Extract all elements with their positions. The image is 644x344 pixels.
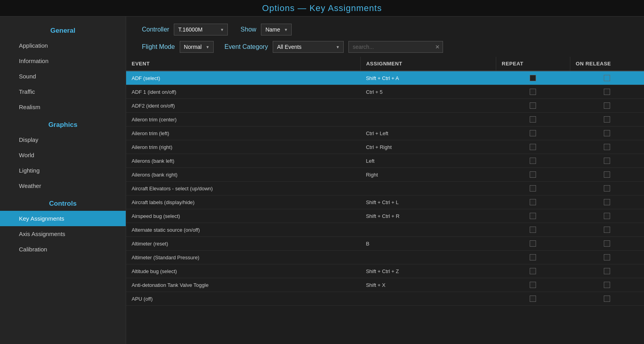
cell-onrelease[interactable]	[570, 182, 644, 195]
cell-repeat[interactable]	[496, 209, 570, 223]
onrelease-checkbox[interactable]	[604, 227, 610, 233]
table-row[interactable]: Aircraft labels (display/hide)Shift + Ct…	[126, 195, 644, 209]
sidebar-item-realism[interactable]: Realism	[0, 99, 126, 115]
cell-onrelease[interactable]	[570, 209, 644, 223]
cell-repeat[interactable]	[496, 71, 570, 85]
cell-repeat[interactable]	[496, 99, 570, 113]
cell-onrelease[interactable]	[570, 85, 644, 99]
onrelease-checkbox[interactable]	[604, 102, 610, 109]
cell-onrelease[interactable]	[570, 140, 644, 154]
table-row[interactable]: Anti-detonation Tank Valve ToggleShift +…	[126, 278, 644, 292]
onrelease-checkbox[interactable]	[604, 213, 610, 219]
onrelease-checkbox[interactable]	[604, 116, 610, 123]
table-row[interactable]: Aileron trim (right)Ctrl + Right	[126, 140, 644, 154]
cell-onrelease[interactable]	[570, 237, 644, 251]
repeat-checkbox[interactable]	[530, 185, 536, 192]
repeat-checkbox[interactable]	[530, 282, 536, 288]
onrelease-checkbox[interactable]	[604, 296, 610, 302]
cell-onrelease[interactable]	[570, 223, 644, 237]
table-row[interactable]: Aileron trim (center)	[126, 113, 644, 126]
table-row[interactable]: Airspeed bug (select)Shift + Ctrl + R	[126, 209, 644, 223]
repeat-checkbox[interactable]	[530, 116, 536, 123]
repeat-checkbox[interactable]	[530, 158, 536, 164]
repeat-checkbox[interactable]	[530, 227, 536, 233]
cell-onrelease[interactable]	[570, 126, 644, 140]
flight-mode-select[interactable]: Normal Slew Pause	[180, 41, 214, 53]
cell-onrelease[interactable]	[570, 154, 644, 168]
cell-onrelease[interactable]	[570, 278, 644, 292]
search-input[interactable]	[348, 41, 443, 53]
repeat-checkbox[interactable]	[530, 89, 536, 95]
show-select[interactable]: Name Code	[261, 24, 292, 35]
cell-onrelease[interactable]	[570, 71, 644, 85]
table-row[interactable]: Alternate static source (on/off)	[126, 223, 644, 237]
cell-repeat[interactable]	[496, 251, 570, 264]
repeat-checkbox[interactable]	[530, 268, 536, 274]
sidebar-item-axis-assignments[interactable]: Axis Assignments	[0, 226, 126, 242]
cell-onrelease[interactable]	[570, 251, 644, 264]
cell-onrelease[interactable]	[570, 195, 644, 209]
repeat-checkbox[interactable]	[530, 130, 536, 136]
sidebar-item-traffic[interactable]: Traffic	[0, 84, 126, 99]
sidebar-item-key-assignments[interactable]: Key Assignments	[0, 211, 126, 226]
table-row[interactable]: ADF 1 (ident on/off)Ctrl + 5	[126, 85, 644, 99]
cell-onrelease[interactable]	[570, 264, 644, 278]
onrelease-checkbox[interactable]	[604, 130, 610, 136]
table-row[interactable]: Altitude bug (select)Shift + Ctrl + Z	[126, 264, 644, 278]
cell-repeat[interactable]	[496, 223, 570, 237]
onrelease-checkbox[interactable]	[604, 282, 610, 288]
cell-repeat[interactable]	[496, 85, 570, 99]
table-row[interactable]: Aircraft Elevators - select (up/down)	[126, 182, 644, 195]
cell-onrelease[interactable]	[570, 292, 644, 306]
table-row[interactable]: Aileron trim (left)Ctrl + Left	[126, 126, 644, 140]
table-row[interactable]: Ailerons (bank right)Right	[126, 168, 644, 182]
table-row[interactable]: Altimeter (reset)B	[126, 237, 644, 251]
table-row[interactable]: APU (off)	[126, 292, 644, 306]
event-category-select[interactable]: All Events Aircraft Camera Instruments N…	[273, 41, 344, 53]
onrelease-checkbox[interactable]	[604, 171, 610, 178]
repeat-checkbox[interactable]	[530, 296, 536, 302]
cell-repeat[interactable]	[496, 140, 570, 154]
sidebar-item-calibration[interactable]: Calibration	[0, 242, 126, 257]
onrelease-checkbox[interactable]	[604, 240, 610, 247]
table-row[interactable]: ADF (select)Shift + Ctrl + A	[126, 71, 644, 85]
repeat-checkbox[interactable]	[530, 75, 536, 81]
cell-onrelease[interactable]	[570, 99, 644, 113]
table-row[interactable]: ADF2 (ident on/off)	[126, 99, 644, 113]
onrelease-checkbox[interactable]	[604, 144, 610, 150]
search-clear-icon[interactable]: ✕	[435, 44, 440, 50]
table-row[interactable]: Altimeter (Standard Pressure)	[126, 251, 644, 264]
cell-onrelease[interactable]	[570, 168, 644, 182]
repeat-checkbox[interactable]	[530, 254, 536, 260]
table-container[interactable]: EVENT ASSIGNMENT REPEAT ON RELEASE ADF (…	[126, 57, 644, 344]
controller-select[interactable]: T.16000M Keyboard Mouse Xbox Controller	[174, 24, 228, 35]
cell-repeat[interactable]	[496, 292, 570, 306]
table-row[interactable]: Ailerons (bank left)Left	[126, 154, 644, 168]
repeat-checkbox[interactable]	[530, 144, 536, 150]
cell-repeat[interactable]	[496, 264, 570, 278]
cell-onrelease[interactable]	[570, 113, 644, 126]
sidebar-item-information[interactable]: Information	[0, 53, 126, 69]
onrelease-checkbox[interactable]	[604, 268, 610, 274]
cell-repeat[interactable]	[496, 182, 570, 195]
sidebar-item-display[interactable]: Display	[0, 132, 126, 147]
onrelease-checkbox[interactable]	[604, 75, 610, 81]
onrelease-checkbox[interactable]	[604, 254, 610, 260]
repeat-checkbox[interactable]	[530, 213, 536, 219]
repeat-checkbox[interactable]	[530, 199, 536, 205]
cell-repeat[interactable]	[496, 113, 570, 126]
sidebar-item-weather[interactable]: Weather	[0, 178, 126, 193]
repeat-checkbox[interactable]	[530, 240, 536, 247]
onrelease-checkbox[interactable]	[604, 89, 610, 95]
sidebar-item-lighting[interactable]: Lighting	[0, 163, 126, 178]
sidebar-item-sound[interactable]: Sound	[0, 69, 126, 84]
sidebar-item-world[interactable]: World	[0, 147, 126, 163]
repeat-checkbox[interactable]	[530, 171, 536, 178]
cell-repeat[interactable]	[496, 154, 570, 168]
cell-repeat[interactable]	[496, 126, 570, 140]
cell-repeat[interactable]	[496, 278, 570, 292]
onrelease-checkbox[interactable]	[604, 185, 610, 192]
onrelease-checkbox[interactable]	[604, 199, 610, 205]
onrelease-checkbox[interactable]	[604, 158, 610, 164]
repeat-checkbox[interactable]	[530, 102, 536, 109]
